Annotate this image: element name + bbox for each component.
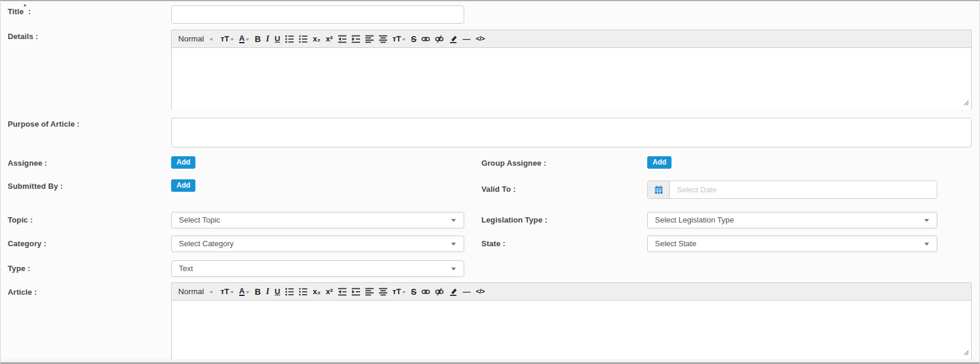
underline-icon[interactable]: U	[275, 288, 280, 295]
topic-select[interactable]: Select Topic	[171, 212, 464, 228]
details-label: Details :	[8, 32, 38, 41]
type-select-value: Text	[172, 261, 464, 276]
title-label: Title* :	[8, 6, 31, 16]
unlink-icon[interactable]	[435, 35, 444, 43]
state-select[interactable]: Select State	[647, 236, 937, 252]
strikethrough-icon[interactable]: S	[411, 288, 416, 296]
paragraph-style-dropdown[interactable]: Normal	[178, 287, 213, 296]
indent-icon[interactable]	[352, 35, 360, 43]
type-label: Type :	[8, 264, 30, 273]
unlink-icon[interactable]	[435, 288, 444, 296]
align-left-icon[interactable]	[365, 35, 374, 43]
submitted-by-add-button[interactable]: Add	[171, 179, 195, 192]
highlighter-icon[interactable]	[449, 35, 457, 43]
title-input[interactable]	[171, 5, 464, 24]
chevron-down-icon	[451, 243, 456, 246]
article-editor: Normal тTABIUx₂x²тTS—</>	[171, 282, 972, 359]
valid-to-date-input[interactable]	[670, 181, 937, 198]
resize-handle-icon[interactable]	[962, 347, 969, 358]
group-assignee-label: Group Assignee :	[481, 159, 546, 167]
line-height-icon[interactable]: тT	[393, 288, 406, 295]
details-toolbar-buttons: тTABIUx₂x²тTS—</>	[221, 34, 485, 43]
bold-icon[interactable]: B	[255, 288, 261, 296]
align-left-icon[interactable]	[365, 288, 374, 296]
type-select[interactable]: Text	[171, 260, 464, 277]
legislation-type-select-value: Select Legislation Type	[648, 212, 937, 228]
required-asterisk: *	[24, 4, 26, 10]
article-toolbar-buttons: тTABIUx₂x²тTS—</>	[221, 287, 485, 296]
topic-select-value: Select Topic	[172, 212, 464, 228]
article-form-page: Title* : Details : Normal тTABIUx₂x²тTS—…	[0, 0, 980, 364]
details-editor-content[interactable]	[172, 48, 971, 109]
chevron-down-icon	[246, 291, 249, 294]
state-label: State :	[481, 239, 505, 248]
chevron-down-icon	[402, 38, 406, 41]
paragraph-style-label: Normal	[178, 34, 204, 43]
details-editor: Normal тTABIUx₂x²тTS—</>	[171, 30, 972, 109]
chevron-down-icon	[210, 38, 213, 41]
paragraph-style-label: Normal	[178, 287, 204, 296]
chevron-down-icon	[402, 291, 406, 294]
link-icon[interactable]	[422, 35, 430, 43]
highlighter-icon[interactable]	[449, 288, 457, 296]
italic-icon[interactable]: I	[266, 35, 269, 43]
article-editor-content[interactable]	[172, 301, 971, 359]
unordered-list-icon[interactable]	[299, 288, 307, 296]
outdent-icon[interactable]	[338, 35, 346, 43]
legislation-type-label: Legislation Type :	[481, 215, 547, 224]
category-label: Category :	[8, 239, 46, 248]
assignee-label: Assignee :	[8, 159, 47, 167]
superscript-icon[interactable]: x²	[326, 288, 333, 295]
group-assignee-add-button[interactable]: Add	[647, 156, 671, 169]
font-color-icon[interactable]: A	[239, 34, 249, 43]
code-view-icon[interactable]: </>	[475, 288, 484, 295]
subscript-icon[interactable]: x₂	[313, 288, 320, 295]
bold-icon[interactable]: B	[255, 35, 261, 43]
horizontal-rule-icon[interactable]: —	[462, 288, 470, 295]
chevron-down-icon	[210, 291, 213, 294]
calendar-icon[interactable]	[648, 181, 670, 198]
chevron-down-icon	[230, 38, 234, 41]
align-center-icon[interactable]	[379, 288, 387, 296]
submitted-by-label: Submitted By :	[8, 182, 63, 191]
topic-label: Topic :	[8, 215, 33, 224]
unordered-list-icon[interactable]	[299, 35, 307, 43]
resize-handle-icon[interactable]	[962, 98, 969, 108]
line-height-icon[interactable]: тT	[393, 35, 406, 43]
horizontal-rule-icon[interactable]: —	[462, 35, 470, 43]
strikethrough-icon[interactable]: S	[411, 35, 416, 43]
italic-icon[interactable]: I	[266, 288, 269, 296]
outdent-icon[interactable]	[338, 288, 346, 296]
chevron-down-icon	[924, 219, 929, 222]
underline-icon[interactable]: U	[275, 35, 280, 43]
font-size-icon[interactable]: тT	[221, 288, 234, 295]
font-color-icon[interactable]: A	[239, 287, 249, 296]
article-editor-toolbar: Normal тTABIUx₂x²тTS—</>	[172, 283, 971, 301]
chevron-down-icon	[451, 268, 456, 270]
ordered-list-icon[interactable]	[285, 35, 294, 43]
code-view-icon[interactable]: </>	[475, 36, 484, 43]
category-select-value: Select Category	[172, 236, 464, 252]
valid-to-label: Valid To :	[481, 185, 516, 194]
chevron-down-icon	[451, 219, 456, 222]
article-label: Article :	[8, 288, 37, 297]
superscript-icon[interactable]: x²	[326, 35, 333, 43]
chevron-down-icon	[924, 243, 929, 246]
legislation-type-select[interactable]: Select Legislation Type	[647, 212, 937, 228]
chevron-down-icon	[230, 291, 234, 294]
chevron-down-icon	[246, 38, 249, 41]
valid-to-date-group	[647, 181, 937, 199]
paragraph-style-dropdown[interactable]: Normal	[178, 34, 213, 43]
align-center-icon[interactable]	[379, 35, 387, 43]
font-size-icon[interactable]: тT	[221, 35, 234, 43]
details-editor-toolbar: Normal тTABIUx₂x²тTS—</>	[172, 30, 971, 48]
state-select-value: Select State	[648, 236, 937, 252]
purpose-label: Purpose of Article :	[8, 120, 79, 128]
link-icon[interactable]	[422, 288, 430, 296]
indent-icon[interactable]	[352, 288, 360, 296]
subscript-icon[interactable]: x₂	[313, 35, 320, 43]
category-select[interactable]: Select Category	[171, 236, 464, 252]
ordered-list-icon[interactable]	[285, 288, 294, 296]
purpose-textarea[interactable]	[171, 118, 972, 147]
assignee-add-button[interactable]: Add	[171, 156, 195, 169]
